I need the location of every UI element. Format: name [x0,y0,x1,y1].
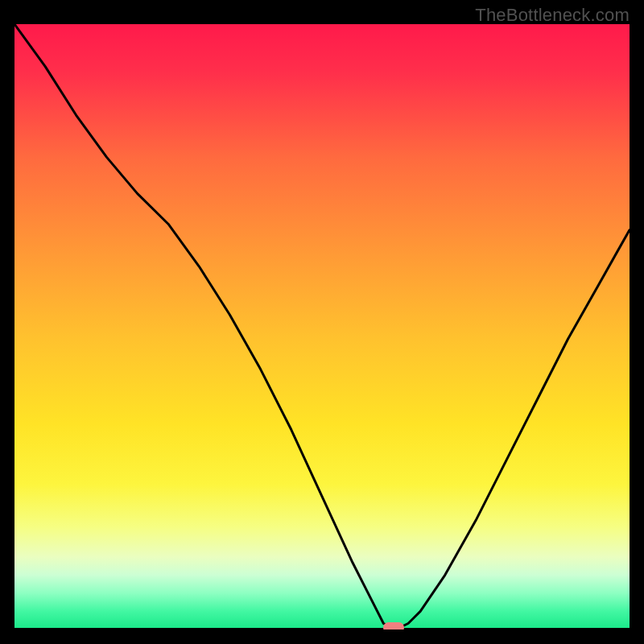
watermark-text: TheBottleneck.com [475,5,630,26]
minimum-marker [383,622,404,630]
baseline [14,628,630,630]
chart-plot-area [14,24,630,630]
gradient-background [14,24,630,630]
chart-svg [14,24,630,630]
